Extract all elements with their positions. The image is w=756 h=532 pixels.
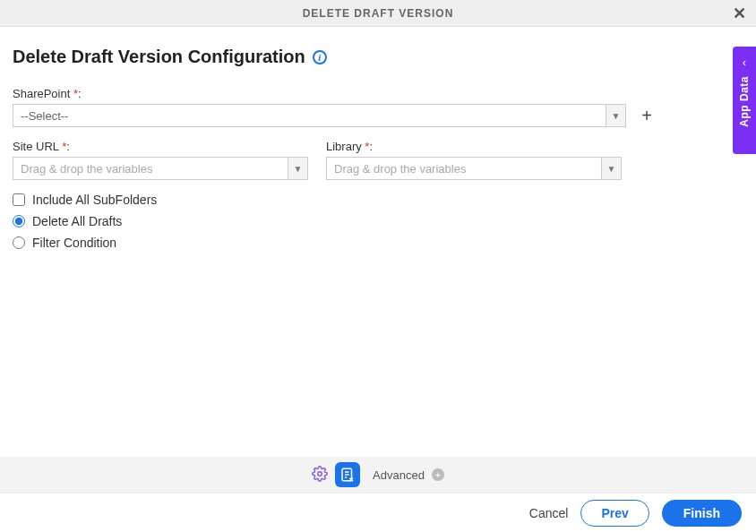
chevron-down-icon: ▼: [288, 158, 307, 179]
siteurl-field: Site URL *: Drag & drop the variables ▼: [13, 140, 308, 180]
delete-all-drafts-radio[interactable]: [13, 215, 25, 227]
library-field: Library *: Drag & drop the variables ▼: [326, 140, 622, 180]
include-subfolders-checkbox[interactable]: [13, 193, 25, 206]
page-title: Delete Draft Version Configuration: [13, 47, 305, 67]
library-label: Library *:: [326, 140, 622, 153]
sharepoint-field: SharePoint *: --Select-- ▼: [13, 87, 626, 127]
siteurl-label: Site URL *:: [13, 140, 308, 153]
svg-point-0: [318, 471, 322, 476]
chevron-down-icon: ▼: [601, 158, 621, 179]
page-heading: Delete Draft Version Configuration i: [13, 47, 743, 67]
library-input[interactable]: Drag & drop the variables ▼: [326, 157, 622, 180]
filter-condition-label: Filter Condition: [32, 236, 116, 250]
finish-button[interactable]: Finish: [662, 500, 742, 527]
advanced-label[interactable]: Advanced: [373, 468, 425, 482]
dialog-footer: Cancel Prev Finish: [0, 493, 756, 532]
sharepoint-select-value: --Select--: [13, 105, 606, 126]
dialog-title-bar: DELETE DRAFT VERSION ✕: [0, 0, 756, 27]
app-data-tab[interactable]: ‹ App Data: [733, 47, 756, 154]
siteurl-input[interactable]: Drag & drop the variables ▼: [13, 157, 308, 180]
dialog-title: DELETE DRAFT VERSION: [303, 7, 454, 20]
chevron-down-icon: ▼: [606, 105, 625, 126]
include-subfolders-option[interactable]: Include All SubFolders: [13, 193, 743, 207]
chevron-left-icon: ‹: [743, 56, 746, 69]
library-placeholder: Drag & drop the variables: [327, 158, 601, 179]
cancel-button[interactable]: Cancel: [529, 506, 569, 520]
form-icon[interactable]: [335, 462, 360, 487]
bottom-toolbar: Advanced +: [0, 457, 756, 493]
delete-all-drafts-label: Delete All Drafts: [32, 214, 122, 228]
close-icon[interactable]: ✕: [733, 5, 747, 21]
sharepoint-select[interactable]: --Select-- ▼: [13, 104, 626, 127]
gear-icon[interactable]: [312, 466, 328, 485]
advanced-plus-icon[interactable]: +: [432, 468, 444, 481]
info-icon[interactable]: i: [313, 50, 327, 64]
app-data-label: App Data: [738, 76, 751, 127]
prev-button[interactable]: Prev: [580, 500, 649, 527]
include-subfolders-label: Include All SubFolders: [32, 193, 157, 207]
filter-condition-radio[interactable]: [13, 236, 25, 249]
options-group: Include All SubFolders Delete All Drafts…: [13, 193, 743, 250]
sharepoint-label: SharePoint *:: [13, 87, 626, 100]
delete-all-drafts-option[interactable]: Delete All Drafts: [13, 214, 743, 228]
filter-condition-option[interactable]: Filter Condition: [13, 236, 743, 250]
siteurl-library-row: Site URL *: Drag & drop the variables ▼ …: [13, 140, 743, 180]
add-sharepoint-button[interactable]: +: [637, 106, 657, 125]
sharepoint-row: SharePoint *: --Select-- ▼ +: [13, 87, 743, 127]
dialog-body: Delete Draft Version Configuration i Sha…: [0, 27, 756, 250]
siteurl-placeholder: Drag & drop the variables: [13, 158, 288, 179]
